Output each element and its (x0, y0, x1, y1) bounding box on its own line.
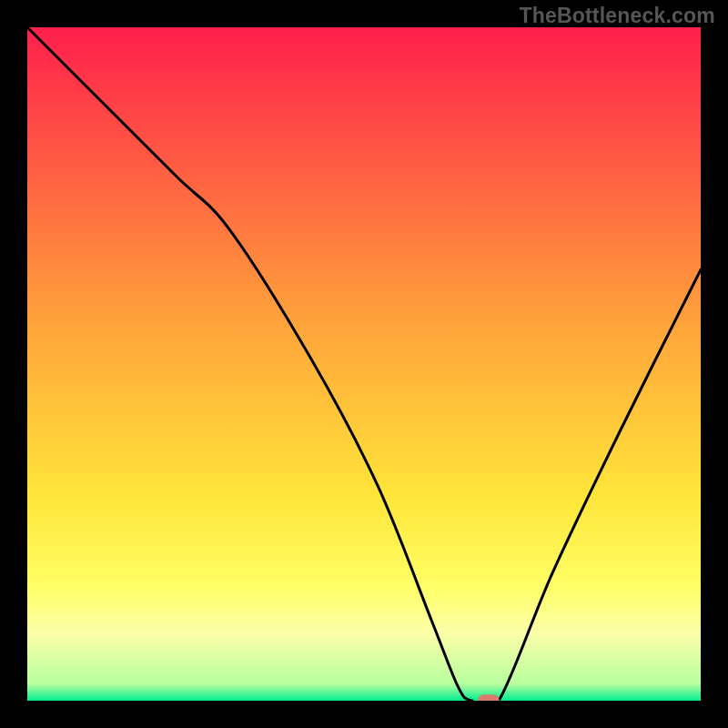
chart-frame: TheBottleneck.com (0, 0, 728, 728)
optimal-marker (478, 694, 500, 701)
watermark-label: TheBottleneck.com (519, 4, 715, 28)
chart-svg (27, 27, 701, 701)
plot-area (27, 27, 701, 701)
